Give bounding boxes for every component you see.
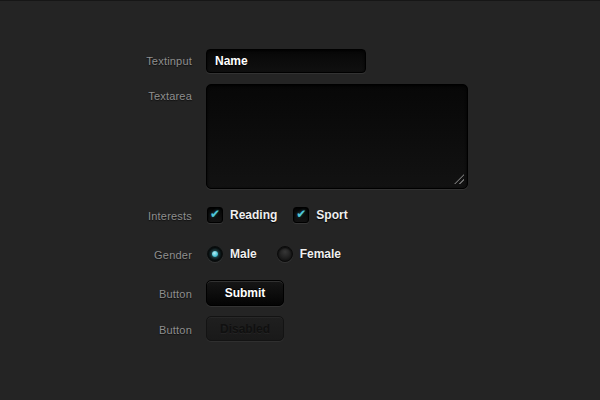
female-radio[interactable] [277, 246, 293, 262]
name-input[interactable] [206, 49, 366, 73]
radio-option-male: Male [207, 246, 257, 262]
checkbox-option-sport: ✔ Sport [293, 207, 347, 223]
radio-selected-dot [212, 251, 218, 257]
disabled-button: Disabled [206, 316, 284, 341]
gender-group: Male Female [207, 246, 341, 262]
disabled-field-label: Button [62, 324, 192, 336]
gender-field-label: Gender [62, 249, 192, 261]
reading-checkbox[interactable]: ✔ [207, 207, 223, 223]
female-radio-label[interactable]: Female [300, 247, 341, 261]
textinput-field-label: Textinput [62, 55, 192, 67]
textarea-wrap [206, 84, 468, 189]
male-radio-label[interactable]: Male [230, 247, 257, 261]
sport-checkbox[interactable]: ✔ [293, 207, 309, 223]
textarea-input[interactable] [206, 84, 468, 189]
checkbox-option-reading: ✔ Reading [207, 207, 277, 223]
reading-checkbox-label[interactable]: Reading [230, 208, 277, 222]
top-edge-divider [0, 0, 600, 1]
checkmark-icon: ✔ [296, 208, 306, 220]
interests-field-label: Interests [62, 210, 192, 222]
form-page: Textinput Textarea Interests ✔ Reading ✔… [0, 0, 600, 400]
submit-button[interactable]: Submit [206, 280, 284, 306]
textarea-field-label: Textarea [62, 90, 192, 102]
male-radio[interactable] [207, 246, 223, 262]
sport-checkbox-label[interactable]: Sport [316, 208, 347, 222]
submit-field-label: Button [62, 288, 192, 300]
radio-option-female: Female [277, 246, 341, 262]
interests-group: ✔ Reading ✔ Sport [207, 207, 348, 223]
checkmark-icon: ✔ [210, 208, 220, 220]
